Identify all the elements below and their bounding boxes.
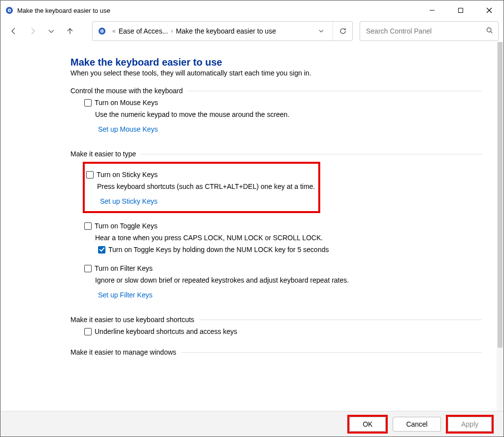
minimize-button[interactable] bbox=[418, 0, 446, 20]
label-toggle-keys[interactable]: Turn on Toggle Keys bbox=[95, 222, 158, 230]
label-sticky-keys[interactable]: Turn on Sticky Keys bbox=[97, 171, 158, 179]
highlight-apply: Apply bbox=[446, 415, 494, 434]
search-box[interactable] bbox=[360, 21, 499, 41]
label-filter-keys[interactable]: Turn on Filter Keys bbox=[95, 264, 153, 272]
svg-point-9 bbox=[101, 31, 103, 32]
nav-toolbar: « Ease of Acces... › Make the keyboard e… bbox=[0, 20, 504, 42]
highlight-ok: OK bbox=[347, 415, 388, 434]
apply-button[interactable]: Apply bbox=[448, 417, 492, 432]
section-heading-windows-label: Make it easier to manage windows bbox=[70, 348, 176, 356]
link-setup-sticky-keys[interactable]: Set up Sticky Keys bbox=[100, 197, 158, 205]
highlight-sticky-keys: Turn on Sticky Keys Press keyboard short… bbox=[83, 162, 320, 213]
search-icon[interactable] bbox=[486, 27, 493, 36]
checkbox-sticky-keys[interactable] bbox=[86, 171, 94, 179]
cancel-button[interactable]: Cancel bbox=[393, 417, 441, 432]
section-heading-type-label: Make it easier to type bbox=[70, 150, 136, 158]
link-setup-mouse-keys[interactable]: Set up Mouse Keys bbox=[98, 125, 158, 133]
scrollbar-thumb[interactable] bbox=[498, 42, 503, 348]
window-title: Make the keyboard easier to use bbox=[17, 7, 110, 14]
svg-rect-4 bbox=[459, 8, 463, 13]
breadcrumb-item-1[interactable]: Ease of Acces... bbox=[119, 27, 168, 35]
bottom-bar: OK Cancel Apply bbox=[0, 411, 504, 437]
section-heading-shortcuts: Make it easier to use keyboard shortcuts bbox=[70, 316, 482, 324]
address-bar[interactable]: « Ease of Acces... › Make the keyboard e… bbox=[92, 21, 353, 41]
search-input[interactable] bbox=[365, 27, 486, 36]
titlebar: Make the keyboard easier to use bbox=[0, 0, 504, 20]
content-area: Make the keyboard easier to use When you… bbox=[0, 42, 504, 411]
section-heading-mouse: Control the mouse with the keyboard bbox=[70, 87, 482, 95]
scrollbar[interactable] bbox=[497, 42, 504, 411]
page-title: Make the keyboard easier to use bbox=[70, 57, 482, 68]
svg-line-11 bbox=[491, 32, 492, 33]
address-icon bbox=[98, 27, 106, 36]
checkbox-filter-keys[interactable] bbox=[84, 265, 92, 272]
address-dropdown[interactable] bbox=[314, 22, 329, 40]
section-heading-windows: Make it easier to manage windows bbox=[70, 348, 482, 356]
section-heading-mouse-label: Control the mouse with the keyboard bbox=[70, 87, 183, 95]
ok-button[interactable]: OK bbox=[349, 417, 386, 432]
label-underline-shortcuts[interactable]: Underline keyboard shortcuts and access … bbox=[95, 328, 237, 335]
desc-sticky-keys: Press keyboard shortcuts (such as CTRL+A… bbox=[97, 182, 316, 190]
page-subtitle: When you select these tools, they will a… bbox=[70, 69, 482, 77]
refresh-button[interactable] bbox=[333, 22, 352, 40]
checkbox-underline-shortcuts[interactable] bbox=[84, 328, 92, 335]
maximize-button[interactable] bbox=[446, 0, 475, 20]
chevron-right-icon: › bbox=[171, 28, 173, 35]
link-setup-filter-keys[interactable]: Set up Filter Keys bbox=[98, 291, 153, 299]
svg-point-2 bbox=[9, 10, 10, 11]
close-button[interactable] bbox=[475, 0, 504, 20]
checkbox-toggle-keys[interactable] bbox=[84, 222, 92, 230]
desc-toggle-keys: Hear a tone when you press CAPS LOCK, NU… bbox=[95, 234, 482, 242]
checkbox-mouse-keys[interactable] bbox=[84, 99, 92, 107]
forward-button[interactable] bbox=[24, 23, 41, 39]
back-button[interactable] bbox=[5, 23, 22, 39]
label-toggle-keys-numlock[interactable]: Turn on Toggle Keys by holding down the … bbox=[108, 246, 329, 254]
svg-point-10 bbox=[487, 28, 491, 32]
up-button[interactable] bbox=[62, 23, 78, 39]
recent-locations-button[interactable] bbox=[43, 23, 60, 39]
chevron-left-double-icon[interactable]: « bbox=[112, 28, 116, 35]
app-icon bbox=[5, 6, 13, 14]
desc-mouse-keys: Use the numeric keypad to move the mouse… bbox=[95, 110, 482, 118]
breadcrumb-item-2[interactable]: Make the keyboard easier to use bbox=[176, 27, 276, 35]
section-heading-type: Make it easier to type bbox=[70, 150, 482, 158]
desc-filter-keys: Ignore or slow down brief or repeated ke… bbox=[95, 276, 482, 284]
label-mouse-keys[interactable]: Turn on Mouse Keys bbox=[95, 99, 158, 107]
section-heading-shortcuts-label: Make it easier to use keyboard shortcuts bbox=[70, 316, 194, 324]
checkbox-toggle-keys-numlock[interactable] bbox=[98, 246, 105, 254]
window: Make the keyboard easier to use « Ease o… bbox=[0, 0, 504, 437]
